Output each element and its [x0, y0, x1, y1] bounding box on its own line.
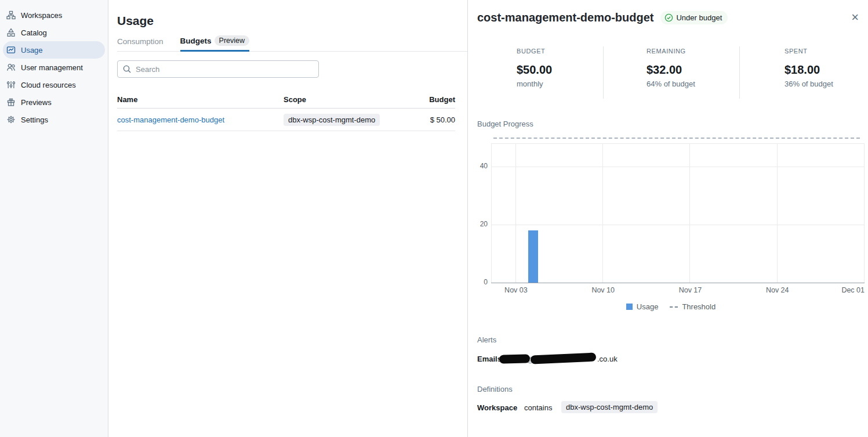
x-axis-line: [491, 283, 865, 283]
page-title: Usage: [117, 14, 467, 28]
definition-operator: contains: [524, 403, 552, 412]
usage-bar: [528, 230, 538, 283]
sidebar-item-workspaces[interactable]: Workspaces: [3, 6, 105, 24]
alerts-heading: Alerts: [477, 335, 496, 344]
x-axis-tick: Nov 24: [766, 286, 789, 294]
sidebar-item-settings[interactable]: Settings: [3, 111, 105, 128]
stat-budget: BUDGET $50.00 monthly: [477, 46, 603, 99]
budget-progress-chart: 02040Nov 03Nov 10Nov 17Nov 24Dec 01: [477, 131, 865, 294]
redaction-mark: [499, 354, 530, 363]
usage-chart-icon: [6, 45, 16, 55]
sidebar-item-label: Workspaces: [21, 11, 62, 20]
tab-bar: Consumption Budgets Preview: [117, 35, 467, 52]
stat-remaining: REMAINING $32.00 64% of budget: [603, 46, 739, 99]
gift-icon: [6, 97, 16, 107]
sidebar-item-label: Settings: [21, 115, 48, 124]
preview-badge: Preview: [215, 35, 249, 46]
sidebar-item-label: Cloud resources: [21, 81, 76, 89]
search-box[interactable]: [117, 60, 319, 78]
gridline-x-4: [864, 143, 865, 283]
y-axis-tick: 20: [477, 220, 488, 228]
gridline-x-3: [777, 143, 778, 283]
x-axis-tick: Nov 10: [591, 286, 615, 294]
close-icon[interactable]: ×: [851, 12, 859, 23]
status-badge-label: Under budget: [676, 13, 722, 22]
stat-spent: SPENT $18.00 36% of budget: [739, 46, 859, 99]
alerts-emails-row: Emails @ .co.uk: [477, 353, 854, 366]
column-header-name: Name: [117, 95, 284, 104]
definitions-heading: Definitions: [477, 385, 513, 393]
tab-consumption[interactable]: Consumption: [117, 37, 164, 51]
email-suffix-fragment: .co.uk: [597, 355, 618, 363]
column-header-budget: Budget: [427, 95, 455, 104]
threshold-legend-dash: [670, 306, 678, 308]
sidebar-item-label: Previews: [21, 98, 52, 107]
gridline-x-1: [602, 143, 603, 283]
budget-amount: $ 50.00: [427, 115, 455, 124]
gridline-y-20: [491, 225, 865, 225]
sidebar-item-previews[interactable]: Previews: [3, 93, 105, 111]
users-icon: [6, 63, 16, 72]
main-content: Usage Consumption Budgets Preview Name S…: [108, 0, 467, 437]
threshold-line: [493, 138, 860, 139]
search-input[interactable]: [136, 65, 314, 74]
gridline-y-40: [491, 167, 865, 167]
sidebar-item-cloud-resources[interactable]: Cloud resources: [3, 76, 105, 93]
table-row[interactable]: cost-management-demo-budget dbx-wsp-cost…: [117, 109, 455, 131]
y-axis-tick: 0: [477, 278, 488, 286]
tab-budgets-label: Budgets: [180, 37, 212, 45]
sliders-icon: [6, 80, 16, 89]
sidebar-item-usage[interactable]: Usage: [3, 41, 105, 59]
x-axis-tick: Nov 17: [679, 286, 702, 294]
panel-title: cost-management-demo-budget: [477, 11, 653, 24]
search-icon: [122, 64, 132, 74]
tab-budgets[interactable]: Budgets Preview: [180, 35, 249, 52]
budget-detail-panel: cost-management-demo-budget Under budget…: [467, 0, 868, 437]
redaction-mark: [531, 353, 597, 364]
plot-top-border: [491, 143, 865, 144]
gear-icon: [6, 115, 16, 124]
scope-chip: dbx-wsp-cost-mgmt-demo: [284, 114, 380, 126]
status-badge: Under budget: [660, 11, 728, 24]
emails-label: Emails: [477, 355, 502, 363]
chart-legend: Usage Threshold: [477, 302, 865, 311]
y-axis-line: [491, 143, 492, 283]
budget-name-link[interactable]: cost-management-demo-budget: [117, 115, 224, 124]
gridline-x-2: [689, 143, 690, 283]
definition-value-chip: dbx-wsp-cost-mgmt-demo: [561, 401, 658, 413]
definition-field: Workspace: [477, 403, 517, 412]
gridline-x-0: [515, 143, 516, 283]
y-axis-tick: 40: [477, 162, 488, 170]
sidebar-item-user-management[interactable]: User management: [3, 59, 105, 76]
usage-legend-label: Usage: [637, 302, 659, 311]
sidebar-item-label: Usage: [21, 46, 43, 55]
catalog-icon: [6, 28, 16, 37]
chart-heading: Budget Progress: [477, 120, 533, 128]
sidebar-item-label: Catalog: [21, 28, 47, 37]
sidebar-item-label: User management: [21, 63, 83, 72]
usage-legend-swatch: [626, 304, 633, 310]
column-header-scope: Scope: [284, 95, 427, 104]
x-axis-tick: Dec 01: [841, 286, 865, 294]
workspaces-icon: [6, 10, 16, 20]
definition-row: Workspace contains dbx-wsp-cost-mgmt-dem…: [477, 401, 854, 415]
threshold-legend-label: Threshold: [682, 302, 716, 311]
sidebar-item-catalog[interactable]: Catalog: [3, 24, 105, 41]
table-header: Name Scope Budget: [117, 91, 455, 109]
stats-row: BUDGET $50.00 monthly REMAINING $32.00 6…: [477, 46, 859, 99]
x-axis-tick: Nov 03: [504, 286, 528, 294]
budgets-table: Name Scope Budget cost-management-demo-b…: [117, 91, 455, 131]
sidebar: Workspaces Catalog Usage User management…: [0, 0, 108, 437]
check-circle-icon: [664, 13, 673, 22]
